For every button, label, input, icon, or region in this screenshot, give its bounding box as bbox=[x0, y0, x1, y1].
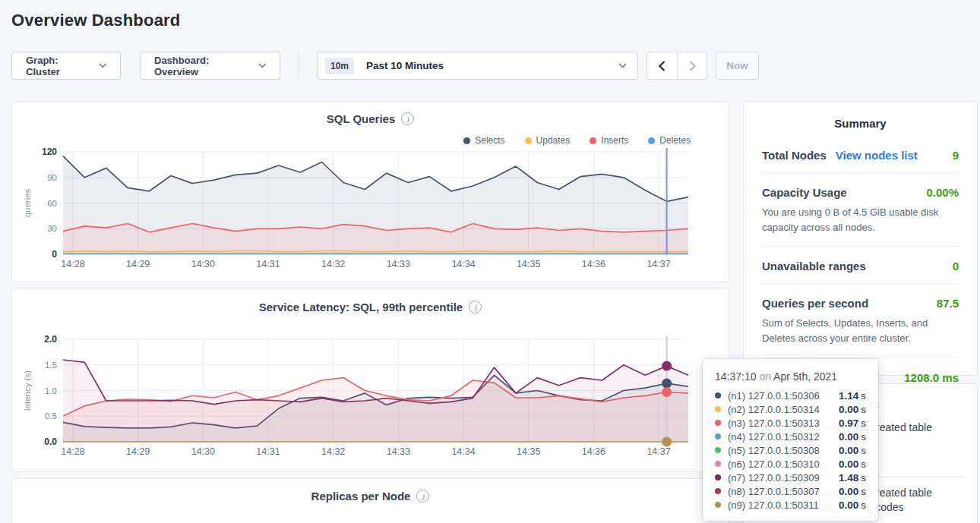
dashboard-dropdown-label: Dashboard: Overview bbox=[154, 55, 251, 77]
svg-text:120: 120 bbox=[42, 148, 57, 157]
svg-text:14:29: 14:29 bbox=[126, 259, 150, 269]
queries-per-second-label: Queries per second bbox=[762, 297, 868, 310]
svg-text:14:35: 14:35 bbox=[517, 259, 540, 269]
info-icon[interactable]: i bbox=[401, 112, 414, 125]
svg-text:1.0: 1.0 bbox=[45, 386, 57, 395]
series-dot-icon bbox=[715, 474, 721, 480]
capacity-usage-value: 0.00% bbox=[926, 186, 959, 199]
tooltip-node-row: (n1) 127.0.0.1:503061.14s bbox=[715, 389, 866, 402]
svg-text:14:37: 14:37 bbox=[646, 259, 670, 269]
svg-text:14:35: 14:35 bbox=[517, 446, 540, 457]
summary-panel: Summary Total Nodes View nodes list 9 Ca… bbox=[743, 101, 978, 376]
svg-text:14:33: 14:33 bbox=[387, 259, 410, 269]
view-nodes-list-link[interactable]: View nodes list bbox=[836, 149, 918, 162]
time-prev-button[interactable] bbox=[647, 52, 677, 79]
svg-text:0.0: 0.0 bbox=[44, 436, 57, 447]
svg-text:90: 90 bbox=[47, 173, 57, 182]
capacity-usage-label: Capacity Usage bbox=[762, 186, 847, 199]
total-nodes-label: Total Nodes bbox=[762, 149, 827, 162]
chevron-down-icon bbox=[618, 63, 627, 68]
series-dot-icon bbox=[715, 420, 721, 426]
queries-per-second-value: 87.5 bbox=[937, 297, 959, 310]
y-axis-unit-label: latency (s) bbox=[23, 370, 32, 411]
svg-text:14:37: 14:37 bbox=[646, 446, 670, 457]
legend-dot-icon bbox=[525, 137, 532, 144]
page-title: Overview Dashboard bbox=[11, 11, 180, 30]
series-dot-icon bbox=[715, 433, 721, 440]
tooltip-node-row: (n9) 127.0.0.1:503110.00s bbox=[715, 498, 866, 512]
tooltip-timestamp: 14:37:10 on Apr 5th, 2021 bbox=[715, 370, 866, 383]
info-icon[interactable]: i bbox=[416, 490, 429, 503]
info-icon[interactable]: i bbox=[469, 301, 482, 313]
service-latency-chart[interactable]: 0.00.51.01.52.014:2814:2914:3014:3114:32… bbox=[12, 336, 729, 466]
time-next-button[interactable] bbox=[677, 52, 707, 79]
svg-text:14:31: 14:31 bbox=[256, 446, 280, 457]
svg-text:30: 30 bbox=[47, 224, 57, 233]
svg-text:14:29: 14:29 bbox=[126, 446, 150, 457]
chevron-down-icon bbox=[99, 63, 106, 68]
chevron-down-icon bbox=[258, 63, 266, 68]
summary-qps-row: Queries per second 87.5 Sum of Selects, … bbox=[762, 284, 959, 358]
controls-divider bbox=[298, 53, 299, 78]
legend-item-updates[interactable]: Updates bbox=[525, 135, 571, 146]
time-range-badge: 10m bbox=[325, 58, 354, 74]
svg-text:14:33: 14:33 bbox=[387, 446, 410, 457]
unavailable-ranges-value: 0 bbox=[953, 260, 959, 273]
tooltip-node-row: (n6) 127.0.0.1:503100.00s bbox=[715, 457, 866, 471]
sql-queries-chart[interactable]: 030609012014:2814:2914:3014:3114:3214:33… bbox=[12, 148, 729, 277]
svg-text:14:32: 14:32 bbox=[321, 259, 345, 269]
legend-dot-icon bbox=[590, 137, 596, 144]
queries-per-second-desc: Sum of Selects, Updates, Inserts, and De… bbox=[762, 316, 959, 346]
svg-text:14:30: 14:30 bbox=[191, 259, 215, 269]
svg-text:14:34: 14:34 bbox=[451, 446, 475, 457]
tooltip-node-row: (n4) 127.0.0.1:503120.00s bbox=[715, 430, 866, 443]
p99-latency-value: 1208.0 ms bbox=[904, 371, 959, 384]
total-nodes-value: 9 bbox=[953, 149, 959, 162]
chart-hover-tooltip: 14:37:10 on Apr 5th, 2021 (n1) 127.0.0.1… bbox=[703, 359, 878, 521]
series-dot-icon bbox=[715, 502, 721, 508]
series-dot-icon bbox=[715, 461, 721, 467]
sql-queries-legend: SelectsUpdatesInsertsDeletes bbox=[463, 135, 691, 146]
graph-scope-dropdown[interactable]: Graph: Cluster bbox=[11, 52, 121, 80]
unavailable-ranges-label: Unavailable ranges bbox=[762, 260, 866, 273]
svg-text:1.5: 1.5 bbox=[45, 361, 57, 370]
dashboard-controls: Graph: Cluster Dashboard: Overview 10m P… bbox=[11, 52, 759, 80]
summary-capacity-row: Capacity Usage 0.00% You are using 0 B o… bbox=[762, 173, 959, 247]
summary-unavailable-row: Unavailable ranges 0 bbox=[762, 247, 959, 284]
chevron-left-icon bbox=[659, 61, 665, 71]
svg-text:14:34: 14:34 bbox=[451, 259, 475, 269]
capacity-usage-desc: You are using 0 B of 4.5 GiB usable disk… bbox=[762, 205, 959, 235]
svg-text:0.5: 0.5 bbox=[45, 411, 57, 421]
tooltip-node-row: (n2) 127.0.0.1:503140.00s bbox=[715, 402, 866, 416]
dashboard-dropdown[interactable]: Dashboard: Overview bbox=[140, 52, 280, 80]
time-range-label: Past 10 Minutes bbox=[366, 60, 618, 71]
service-latency-panel: Service Latency: SQL, 99th percentile i … bbox=[11, 288, 729, 472]
svg-text:14:36: 14:36 bbox=[582, 446, 605, 457]
legend-dot-icon bbox=[648, 137, 655, 144]
series-dot-icon bbox=[715, 406, 721, 412]
svg-text:2.0: 2.0 bbox=[44, 336, 57, 345]
replicas-per-node-panel: Replicas per Node i bbox=[11, 478, 729, 523]
tooltip-node-row: (n7) 127.0.0.1:503091.48s bbox=[715, 471, 866, 484]
svg-text:14:28: 14:28 bbox=[61, 259, 84, 269]
series-dot-icon bbox=[715, 447, 721, 453]
legend-item-deletes[interactable]: Deletes bbox=[648, 135, 691, 146]
legend-item-selects[interactable]: Selects bbox=[463, 135, 504, 146]
sql-queries-panel: SQL Queries i SelectsUpdatesInsertsDelet… bbox=[11, 101, 729, 282]
svg-text:14:36: 14:36 bbox=[582, 259, 605, 269]
chevron-right-icon bbox=[689, 61, 696, 71]
svg-text:14:30: 14:30 bbox=[191, 446, 215, 457]
legend-item-inserts[interactable]: Inserts bbox=[590, 135, 628, 146]
svg-text:0: 0 bbox=[52, 249, 57, 260]
legend-dot-icon bbox=[463, 137, 470, 144]
summary-total-nodes-row: Total Nodes View nodes list 9 bbox=[762, 136, 959, 173]
svg-text:60: 60 bbox=[47, 199, 57, 208]
series-dot-icon bbox=[715, 392, 721, 399]
now-button[interactable]: Now bbox=[716, 52, 759, 80]
summary-title: Summary bbox=[744, 102, 977, 130]
service-latency-title: Service Latency: SQL, 99th percentile bbox=[259, 301, 463, 313]
svg-text:14:28: 14:28 bbox=[61, 446, 84, 457]
series-dot-icon bbox=[715, 488, 721, 494]
svg-text:14:31: 14:31 bbox=[256, 259, 280, 269]
time-range-picker[interactable]: 10m Past 10 Minutes bbox=[317, 52, 638, 80]
